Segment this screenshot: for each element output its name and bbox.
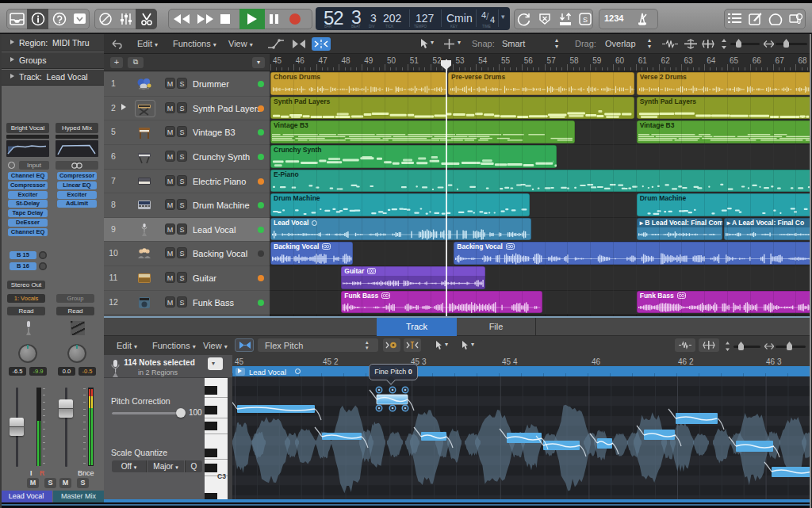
svg-text:C3: C3 [217,472,226,480]
svg-text:S: S [583,16,588,24]
